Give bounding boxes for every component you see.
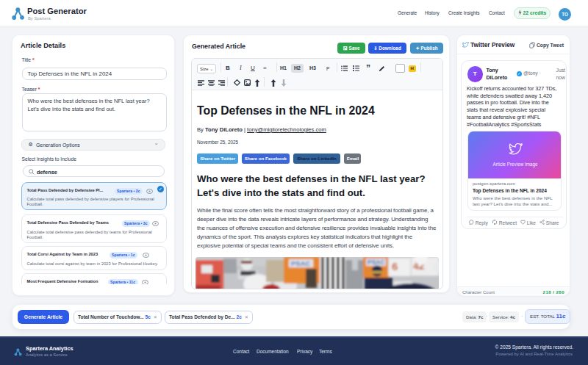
- svg-text:PSAC: PSAC: [368, 259, 385, 266]
- svg-text:6: 6: [392, 260, 398, 272]
- svg-text:PSAC: PSAC: [291, 259, 311, 267]
